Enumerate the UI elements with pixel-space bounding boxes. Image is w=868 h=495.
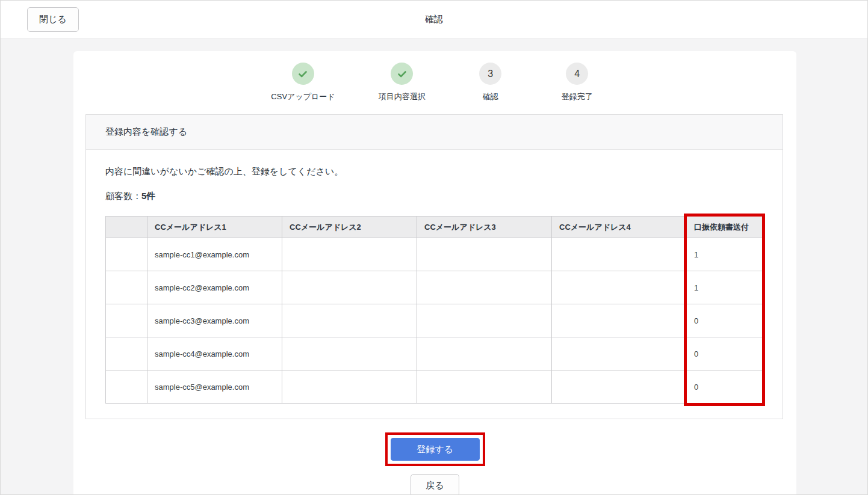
step-csv-upload: CSVアップロード: [271, 63, 335, 102]
table-cell: [417, 271, 552, 304]
table-cell: [417, 337, 552, 370]
table-cell: 0: [687, 337, 764, 370]
step-number: 4: [566, 63, 588, 85]
panel-body: 内容に間違いがないかご確認の上、登録をしてください。 顧客数：5件 CCメールア…: [86, 150, 783, 419]
instruction-text: 内容に間違いがないかご確認の上、登録をしてください。: [105, 166, 763, 177]
table-cell: [106, 238, 147, 271]
table-cell: [282, 271, 417, 304]
table-cell: [552, 337, 687, 370]
stepper: CSVアップロード 項目内容選択 3 確認 4 登録完了: [73, 51, 796, 114]
check-icon: [391, 63, 413, 85]
table-row: sample-cc5@example.com0: [106, 370, 764, 404]
step-label: CSVアップロード: [271, 91, 335, 102]
close-button[interactable]: 閉じる: [27, 7, 79, 32]
table-header-cell: CCメールアドレス2: [282, 217, 417, 238]
preview-table-wrap: CCメールアドレス1CCメールアドレス2CCメールアドレス3CCメールアドレス4…: [105, 216, 764, 404]
preview-table: CCメールアドレス1CCメールアドレス2CCメールアドレス3CCメールアドレス4…: [105, 216, 764, 404]
table-cell: [106, 337, 147, 370]
table-row: sample-cc2@example.com1: [106, 271, 764, 304]
page-title: 確認: [1, 14, 867, 25]
main-card: CSVアップロード 項目内容選択 3 確認 4 登録完了 登録内容を確認する: [73, 51, 796, 495]
table-cell: sample-cc5@example.com: [147, 370, 282, 404]
table-cell: [282, 304, 417, 337]
table-cell: [417, 238, 552, 271]
table-header-cell: CCメールアドレス3: [417, 217, 552, 238]
submit-button[interactable]: 登録する: [391, 438, 480, 461]
table-cell: [417, 304, 552, 337]
table-row: sample-cc4@example.com0: [106, 337, 764, 370]
step-label: 登録完了: [562, 91, 593, 102]
actions: 登録する 戻る: [73, 432, 796, 495]
table-cell: sample-cc2@example.com: [147, 271, 282, 304]
table-header-cell: 口振依頼書送付: [687, 217, 764, 238]
table-header-cell: CCメールアドレス4: [552, 217, 687, 238]
table-row: sample-cc3@example.com0: [106, 304, 764, 337]
table-row: sample-cc1@example.com1: [106, 238, 764, 271]
page: 閉じる 確認 CSVアップロード 項目内容選択: [1, 1, 867, 495]
check-icon: [292, 63, 314, 85]
table-cell: 0: [687, 370, 764, 404]
panel-title: 登録内容を確認する: [86, 115, 783, 150]
step-complete: 4 登録完了: [556, 63, 599, 102]
back-button[interactable]: 戻る: [411, 474, 459, 495]
table-cell: 1: [687, 238, 764, 271]
highlighted-submit-frame: 登録する: [385, 432, 485, 466]
confirm-panel: 登録内容を確認する 内容に間違いがないかご確認の上、登録をしてください。 顧客数…: [85, 114, 783, 419]
table-header-row: CCメールアドレス1CCメールアドレス2CCメールアドレス3CCメールアドレス4…: [106, 217, 764, 238]
table-cell: [282, 370, 417, 404]
table-cell: [417, 370, 552, 404]
step-item-select: 項目内容選択: [379, 63, 426, 102]
table-cell: [552, 238, 687, 271]
customer-count: 顧客数：5件: [105, 191, 763, 202]
customer-count-value: 5件: [141, 191, 155, 201]
table-header-cell: [106, 217, 147, 238]
step-confirm: 3 確認: [469, 63, 512, 102]
table-cell: [552, 370, 687, 404]
table-header-cell: CCメールアドレス1: [147, 217, 282, 238]
step-number: 3: [479, 63, 501, 85]
table-cell: [282, 238, 417, 271]
table-cell: [106, 370, 147, 404]
step-label: 確認: [483, 91, 498, 102]
table-cell: sample-cc3@example.com: [147, 304, 282, 337]
customer-count-label: 顧客数：: [105, 191, 141, 201]
table-cell: 1: [687, 271, 764, 304]
table-cell: 0: [687, 304, 764, 337]
table-cell: [106, 271, 147, 304]
table-cell: sample-cc4@example.com: [147, 337, 282, 370]
table-cell: [552, 271, 687, 304]
table-cell: [282, 337, 417, 370]
step-label: 項目内容選択: [379, 91, 426, 102]
table-cell: [552, 304, 687, 337]
topbar: 閉じる 確認: [1, 1, 867, 39]
table-cell: [106, 304, 147, 337]
table-cell: sample-cc1@example.com: [147, 238, 282, 271]
